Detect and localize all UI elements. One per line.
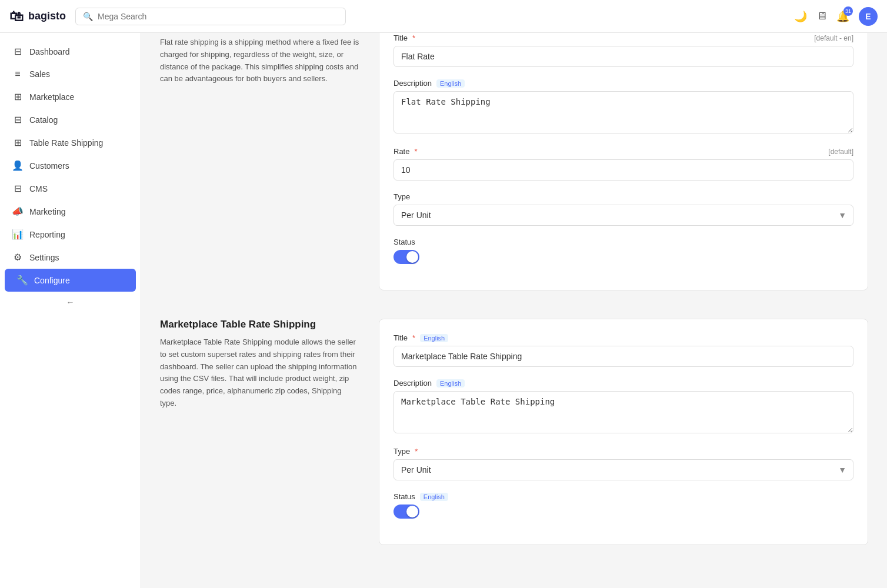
flat-rate-type-group: Type Per Unit Per Order ▼ — [394, 192, 853, 226]
sidebar-item-sales[interactable]: ≡ Sales — [0, 63, 141, 85]
sidebar-item-marketplace[interactable]: ⊞ Marketplace — [0, 85, 141, 108]
sidebar-item-settings[interactable]: ⚙ Settings — [0, 246, 141, 269]
title-hint: [default - en] — [814, 34, 853, 42]
flat-rate-title-group: Title * [default - en] — [394, 34, 853, 67]
marketplace-title-label: Title * English — [394, 333, 853, 342]
sidebar-item-cms[interactable]: ⊟ CMS — [0, 177, 141, 200]
logo-text: bagisto — [28, 10, 66, 22]
required-star-mp-type: * — [415, 447, 418, 456]
flat-rate-status-toggle[interactable] — [394, 250, 419, 264]
topbar-right: 🌙 🖥 🔔 31 E — [794, 7, 878, 26]
marketplace-heading: Marketplace Table Rate Shipping — [160, 319, 360, 330]
title-lang-badge: English — [420, 334, 448, 342]
logo-icon: 🛍 — [9, 8, 24, 25]
marketplace-status-toggle[interactable] — [394, 505, 419, 519]
messages-icon[interactable]: 🖥 — [816, 10, 827, 22]
marketplace-description-group: Description English Marketplace Table Ra… — [394, 379, 853, 435]
flat-rate-description-label: Description English — [394, 79, 853, 88]
marketplace-section: Marketplace Table Rate Shipping Marketpl… — [160, 319, 868, 545]
flat-rate-type-label: Type — [394, 192, 853, 201]
flat-rate-description-group: Description English Flat Rate Shipping — [394, 79, 853, 135]
status-lang-badge: English — [420, 493, 448, 501]
table-rate-icon: ⊞ — [12, 137, 24, 148]
logo[interactable]: 🛍 bagisto — [9, 8, 66, 25]
sidebar-item-customers[interactable]: 👤 Customers — [0, 154, 141, 177]
sidebar-item-table-rate-shipping[interactable]: ⊞ Table Rate Shipping — [0, 131, 141, 154]
flat-rate-title-label: Title * [default - en] — [394, 34, 853, 42]
sidebar-item-label: Marketing — [29, 207, 65, 216]
flat-rate-form: Title * [default - en] Description Engli… — [379, 19, 868, 290]
mp-description-lang-badge: English — [436, 379, 465, 387]
sidebar-item-label: Configure — [34, 276, 70, 285]
sidebar-item-label: CMS — [29, 184, 48, 193]
reporting-icon: 📊 — [12, 229, 24, 240]
avatar[interactable]: E — [859, 7, 878, 26]
sidebar-item-label: Reporting — [29, 230, 65, 239]
flat-rate-description: Flat rate shipping is a shipping method … — [160, 36, 360, 85]
flat-rate-type-wrapper: Per Unit Per Order ▼ — [394, 205, 853, 226]
sidebar-item-catalog[interactable]: ⊟ Catalog — [0, 108, 141, 131]
rate-hint: [default] — [828, 148, 853, 156]
notifications-icon[interactable]: 🔔 31 — [836, 10, 849, 23]
search-icon: 🔍 — [83, 12, 93, 21]
flat-rate-status-group: Status — [394, 238, 853, 264]
sidebar-item-reporting[interactable]: 📊 Reporting — [0, 223, 141, 246]
required-star-rate: * — [414, 147, 417, 156]
sidebar-item-label: Catalog — [29, 115, 58, 125]
flat-rate-toggle-wrapper — [394, 250, 853, 264]
flat-rate-rate-group: Rate * [default] — [394, 147, 853, 181]
marketplace-type-group: Type * Per Unit Per Order ▼ — [394, 447, 853, 480]
flat-rate-info: Flat Rate Shipping Flat rate shipping is… — [160, 19, 360, 290]
marketplace-description-label: Description English — [394, 379, 853, 387]
marketplace-description-input[interactable]: Marketplace Table Rate Shipping — [394, 391, 853, 433]
flat-rate-type-select[interactable]: Per Unit Per Order — [394, 205, 853, 226]
sidebar-item-marketing[interactable]: 📣 Marketing — [0, 200, 141, 223]
marketplace-icon: ⊞ — [12, 91, 24, 102]
marketplace-type-wrapper: Per Unit Per Order ▼ — [394, 459, 853, 480]
toggle-knob-mp — [406, 506, 418, 517]
sidebar-item-dashboard[interactable]: ⊟ Dashboard — [0, 40, 141, 63]
marketplace-type-label: Type * — [394, 447, 853, 456]
sidebar-item-label: Marketplace — [29, 92, 74, 102]
cms-icon: ⊟ — [12, 183, 24, 194]
notification-badge: 31 — [843, 6, 853, 16]
settings-icon: ⚙ — [12, 252, 24, 263]
flat-rate-description-input[interactable]: Flat Rate Shipping — [394, 91, 853, 133]
configure-icon: 🔧 — [16, 275, 28, 286]
sidebar-collapse[interactable]: ← — [0, 292, 141, 313]
sidebar-item-configure[interactable]: 🔧 Configure — [5, 269, 136, 292]
marketing-icon: 📣 — [12, 206, 24, 217]
marketplace-toggle-wrapper — [394, 505, 853, 519]
marketplace-type-select[interactable]: Per Unit Per Order — [394, 459, 853, 480]
marketplace-status-group: Status English — [394, 492, 853, 519]
sidebar-item-label: Sales — [29, 69, 50, 79]
marketplace-info: Marketplace Table Rate Shipping Marketpl… — [160, 319, 360, 545]
description-lang-badge: English — [436, 79, 465, 88]
marketplace-title-group: Title * English — [394, 333, 853, 367]
sidebar-item-label: Customers — [29, 161, 69, 171]
marketplace-title-input[interactable] — [394, 346, 853, 367]
search-input[interactable] — [98, 12, 338, 21]
topbar: 🛍 bagisto 🔍 🌙 🖥 🔔 31 E — [0, 0, 887, 33]
collapse-icon: ← — [66, 298, 75, 307]
main-content: Flat Rate Shipping Flat rate shipping is… — [141, 0, 887, 588]
marketplace-form: Title * English Description English Mark… — [379, 319, 868, 545]
toggle-knob — [406, 251, 418, 263]
marketplace-status-label: Status English — [394, 492, 853, 501]
sidebar-item-label: Table Rate Shipping — [29, 138, 103, 148]
catalog-icon: ⊟ — [12, 114, 24, 125]
search-bar[interactable]: 🔍 — [75, 8, 346, 25]
flat-rate-rate-label: Rate * [default] — [394, 147, 853, 156]
sales-icon: ≡ — [12, 69, 24, 79]
flat-rate-status-label: Status — [394, 238, 853, 246]
required-star-mp-title: * — [412, 333, 415, 342]
flat-rate-section: Flat Rate Shipping Flat rate shipping is… — [160, 19, 868, 290]
flat-rate-rate-input[interactable] — [394, 159, 853, 181]
sidebar-item-label: Dashboard — [29, 47, 70, 56]
sidebar-item-label: Settings — [29, 253, 59, 262]
flat-rate-title-input[interactable] — [394, 46, 853, 67]
moon-icon[interactable]: 🌙 — [794, 10, 807, 23]
dashboard-icon: ⊟ — [12, 46, 24, 57]
required-star: * — [412, 34, 415, 42]
sidebar: ⊟ Dashboard ≡ Sales ⊞ Marketplace ⊟ Cata… — [0, 33, 141, 588]
